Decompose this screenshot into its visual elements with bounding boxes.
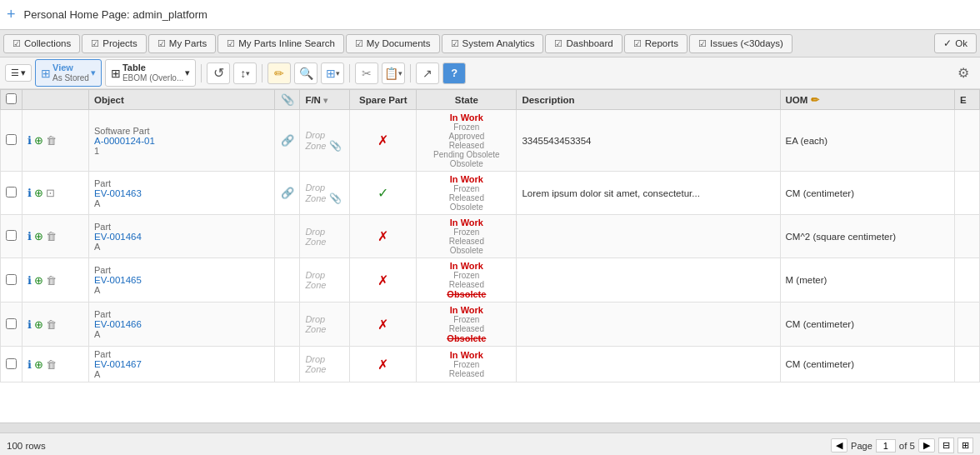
attach-header: 📎 bbox=[275, 90, 300, 110]
ok-button[interactable]: ✓ Ok bbox=[934, 33, 977, 53]
list-view-button[interactable]: ⊞ bbox=[958, 438, 973, 453]
clip-icon[interactable]: 📎 bbox=[329, 192, 342, 204]
tab-projects[interactable]: ☑ Projects bbox=[82, 34, 147, 53]
tab-collections[interactable]: ☑ Collections bbox=[3, 34, 80, 53]
add-icon[interactable]: ⊕ bbox=[34, 318, 43, 331]
part-type: Part bbox=[94, 309, 269, 319]
row-actions-cell: ℹ ⊕ 🗑 bbox=[22, 347, 89, 382]
uom-text: M (meter) bbox=[786, 275, 828, 285]
edit-button[interactable]: ✏ bbox=[268, 62, 291, 84]
part-link[interactable]: EV-001463 bbox=[94, 188, 142, 198]
tab-label: System Analytics bbox=[462, 38, 535, 48]
select-all-header[interactable] bbox=[1, 90, 22, 110]
drop-zone[interactable]: Drop Zone bbox=[305, 130, 326, 151]
drop-zone[interactable]: Drop Zone bbox=[305, 182, 326, 203]
tab-system-analytics[interactable]: ☑ System Analytics bbox=[442, 34, 544, 53]
attach-link-icon[interactable]: 🔗 bbox=[281, 187, 294, 199]
e-cell bbox=[955, 172, 980, 215]
uom-text: EA (each) bbox=[786, 136, 828, 146]
add-icon[interactable]: ⊕ bbox=[34, 358, 43, 371]
delete-icon[interactable]: 🗑 bbox=[46, 318, 57, 331]
menu-button[interactable]: ☰ ▾ bbox=[5, 64, 32, 82]
drop-zone[interactable]: Drop Zone bbox=[305, 314, 326, 334]
row-checkbox[interactable] bbox=[6, 358, 17, 369]
uom-cell: M (meter) bbox=[780, 258, 954, 302]
info-icon[interactable]: ℹ bbox=[28, 318, 32, 331]
fn-cell: Drop Zone bbox=[300, 347, 350, 382]
add-icon[interactable]: ⊕ bbox=[34, 274, 43, 287]
delete-icon[interactable]: 🗑 bbox=[46, 274, 57, 287]
refresh-button[interactable]: ↺ bbox=[207, 62, 230, 84]
next-page-button[interactable]: ▶ bbox=[918, 438, 935, 452]
add-icon[interactable]: ⊕ bbox=[34, 230, 43, 242]
layers-button[interactable]: ⊞ ▾ bbox=[321, 62, 344, 84]
screen-icon[interactable]: ⊡ bbox=[46, 187, 55, 199]
part-link[interactable]: EV-001466 bbox=[94, 319, 142, 329]
drop-zone[interactable]: Drop Zone bbox=[305, 354, 326, 374]
gear-button[interactable]: ⚙ bbox=[952, 62, 975, 84]
add-icon[interactable]: ⊕ bbox=[34, 187, 43, 199]
sort-button[interactable]: ↕ ▾ bbox=[233, 62, 257, 84]
tab-issues[interactable]: ☑ Issues (<30days) bbox=[689, 34, 792, 53]
delete-icon[interactable]: 🗑 bbox=[46, 358, 57, 371]
spare-part-cell: ✗ bbox=[350, 302, 417, 347]
drop-zone[interactable]: Drop Zone bbox=[305, 270, 326, 290]
row-actions-cell: ℹ ⊕ 🗑 bbox=[22, 302, 89, 347]
table-button[interactable]: ⊞ Table EBOM (Overlo... ▾ bbox=[105, 59, 196, 87]
tab-dashboard[interactable]: ☑ Dashboard bbox=[545, 34, 622, 53]
tab-my-parts-inline-search[interactable]: ☑ My Parts Inline Search bbox=[218, 34, 344, 53]
row-checkbox[interactable] bbox=[6, 274, 17, 285]
info-icon[interactable]: ℹ bbox=[28, 274, 32, 287]
fn-header[interactable]: F/N ▾ bbox=[300, 90, 350, 110]
info-icon[interactable]: ℹ bbox=[28, 358, 32, 371]
gear-icon: ⚙ bbox=[958, 65, 969, 81]
check-icon: ☑ bbox=[158, 38, 166, 49]
select-all-checkbox[interactable] bbox=[6, 93, 17, 104]
attach-link-icon[interactable]: 🔗 bbox=[281, 134, 294, 147]
state-obsolete: Obsolete bbox=[422, 333, 511, 343]
help-icon: ? bbox=[451, 67, 458, 79]
check-icon: ☑ bbox=[698, 38, 707, 49]
delete-icon[interactable]: 🗑 bbox=[46, 230, 57, 242]
info-icon[interactable]: ℹ bbox=[28, 230, 32, 242]
info-icon[interactable]: ℹ bbox=[28, 134, 32, 147]
state-secondary: Frozen bbox=[422, 122, 511, 132]
row-checkbox[interactable] bbox=[6, 134, 17, 145]
scissors-button[interactable]: ✂ bbox=[355, 62, 378, 84]
row-checkbox[interactable] bbox=[6, 187, 17, 198]
attach-cell bbox=[275, 258, 300, 302]
part-link[interactable]: A-0000124-01 bbox=[94, 136, 155, 146]
spare-part-cell: ✗ bbox=[350, 258, 417, 302]
tab-label: My Documents bbox=[367, 38, 431, 48]
delete-icon[interactable]: 🗑 bbox=[46, 134, 57, 147]
tab-my-documents[interactable]: ☑ My Documents bbox=[346, 34, 440, 53]
check-icon: ✓ bbox=[943, 38, 952, 49]
grid-view-button[interactable]: ⊟ bbox=[938, 438, 954, 453]
page-number-input[interactable] bbox=[876, 439, 896, 452]
part-link[interactable]: EV-001465 bbox=[94, 275, 142, 285]
clipboard-button[interactable]: 📋 ▾ bbox=[382, 62, 405, 84]
state-secondary: Frozen bbox=[422, 315, 511, 324]
add-icon[interactable]: + bbox=[7, 6, 16, 23]
add-icon[interactable]: ⊕ bbox=[34, 134, 43, 147]
clip-icon[interactable]: 📎 bbox=[329, 140, 342, 152]
object-cell: Part EV-001464 A bbox=[89, 215, 275, 258]
part-link[interactable]: EV-001467 bbox=[94, 359, 142, 369]
part-link[interactable]: EV-001464 bbox=[94, 232, 142, 242]
search-button[interactable]: 🔍 bbox=[294, 62, 318, 84]
view-button[interactable]: ⊞ View As Stored ▾ bbox=[35, 59, 102, 87]
info-icon[interactable]: ℹ bbox=[28, 187, 32, 199]
tab-reports[interactable]: ☑ Reports bbox=[624, 34, 688, 53]
tab-label: My Parts Inline Search bbox=[238, 38, 335, 48]
row-checkbox[interactable] bbox=[6, 318, 17, 329]
drop-zone[interactable]: Drop Zone bbox=[305, 227, 326, 247]
tab-my-parts[interactable]: ☑ My Parts bbox=[148, 34, 216, 53]
export-button[interactable]: ↗ bbox=[416, 62, 439, 84]
state-cell: In WorkFrozenReleasedObsolete bbox=[417, 172, 517, 215]
sort-icon[interactable]: ▾ bbox=[323, 96, 328, 105]
horizontal-scrollbar[interactable] bbox=[0, 422, 980, 432]
help-button[interactable]: ? bbox=[442, 62, 466, 84]
fn-cell: Drop Zone 📎 bbox=[300, 172, 350, 215]
prev-page-button[interactable]: ◀ bbox=[831, 438, 848, 452]
row-checkbox[interactable] bbox=[6, 230, 17, 241]
